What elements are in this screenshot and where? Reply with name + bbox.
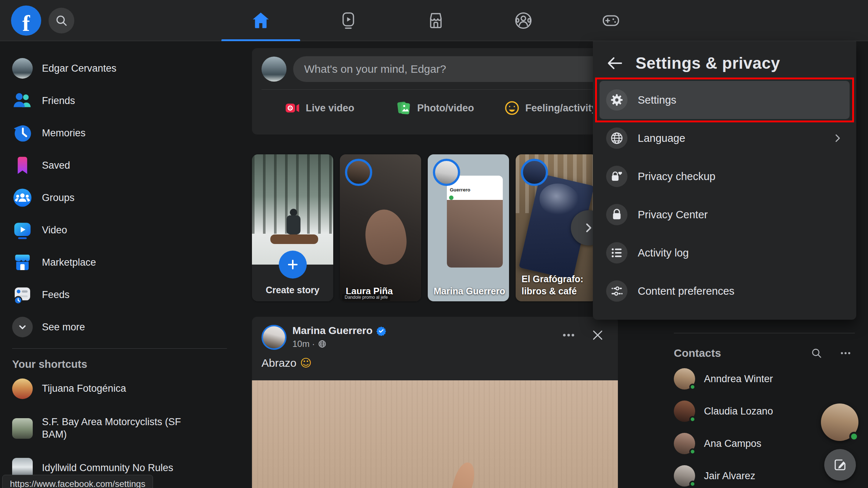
home-icon [251, 11, 270, 30]
chevron-down-icon [12, 317, 33, 337]
tab-home[interactable] [217, 0, 305, 41]
sidebar-item-label: Video [42, 225, 67, 236]
shortcut-thumbnail [12, 418, 33, 439]
menu-item-privacy-center[interactable]: Privacy Center [600, 195, 850, 234]
composer-input[interactable]: What's on your mind, Edgar? [293, 56, 608, 82]
photo-video-button[interactable]: Photo/video [377, 90, 492, 126]
tab-marketplace[interactable] [392, 0, 480, 41]
create-story-plus-icon [279, 251, 307, 279]
sidebar-item-marketplace[interactable]: Marketplace [12, 246, 239, 279]
post-author-name[interactable]: Marina Guerrero [292, 325, 373, 337]
sidebar-item-feeds[interactable]: Feeds [12, 279, 239, 311]
post-photo[interactable] [252, 380, 618, 488]
sidebar-item-memories[interactable]: Memories [12, 117, 239, 149]
stories-row: Create story Laura Piña Dandole promo al… [252, 154, 597, 301]
sliders-icon [606, 280, 627, 302]
menu-item-content-preferences[interactable]: Content preferences [600, 272, 850, 310]
marketplace-icon [426, 11, 445, 30]
status-url-tooltip: https://www.facebook.com/settings [2, 475, 153, 488]
composer-placeholder: What's on your mind, Edgar? [304, 63, 446, 75]
menu-item-settings[interactable]: Settings [600, 81, 850, 119]
watch-icon [339, 11, 358, 30]
sidebar-item-label: See more [42, 322, 85, 333]
contact-name: Jair Alvarez [704, 470, 755, 482]
shortcut-label: Tijuana Fotogénica [42, 383, 126, 395]
contacts-more-icon[interactable] [839, 347, 852, 359]
shortcut-label: S.F. Bay Area Motorcyclists (SF BAM) [42, 416, 204, 441]
tab-gaming[interactable] [567, 0, 655, 41]
search-icon [55, 14, 68, 27]
online-status-dot [689, 384, 696, 390]
sidebar-item-label: Groups [42, 192, 75, 204]
menu-item-label: Settings [638, 94, 676, 106]
marketplace-storefront-icon [12, 252, 33, 273]
activity-list-icon [606, 242, 627, 263]
sidebar-item-saved[interactable]: Saved [12, 149, 239, 182]
create-story-label: Create story [252, 285, 333, 295]
chat-head-avatar[interactable] [821, 403, 858, 441]
post-timestamp[interactable]: 10m · [292, 339, 315, 349]
post-more-button[interactable] [561, 328, 576, 342]
globe-audience-icon [318, 340, 327, 348]
menu-item-language[interactable]: Language [600, 119, 850, 157]
post-composer-card: What's on your mind, Edgar? Live video P… [252, 48, 618, 134]
feeds-list-icon [12, 284, 33, 305]
memories-clock-icon [12, 123, 33, 143]
facebook-page: f [0, 0, 868, 488]
story-laura[interactable]: Laura Piña Dandole promo al jefe [340, 154, 421, 301]
sidebar-item-video[interactable]: Video [12, 214, 239, 246]
contact-row[interactable]: Anndrea Winter [674, 363, 857, 395]
story-marina[interactable]: Guerrero Marina Guerrero [428, 154, 509, 301]
live-video-button[interactable]: Live video [262, 90, 377, 126]
sidebar-item-label: Marketplace [42, 257, 96, 268]
friends-icon [12, 90, 33, 111]
contacts-search-icon[interactable] [811, 347, 822, 359]
clover-emoji [449, 195, 453, 200]
back-arrow-button[interactable] [605, 54, 625, 73]
sidebar-item-see-more[interactable]: See more [12, 311, 239, 343]
menu-item-label: Privacy Center [638, 209, 708, 221]
facebook-logo[interactable]: f [11, 6, 41, 36]
menu-item-privacy-checkup[interactable]: Privacy checkup [600, 157, 850, 195]
menu-item-activity-log[interactable]: Activity log [600, 234, 850, 272]
sidebar-item-label: Friends [42, 95, 75, 107]
tab-watch[interactable] [305, 0, 392, 41]
search-button[interactable] [49, 8, 74, 33]
left-sidebar: Edgar Cervantes Friends Memories Saved G… [0, 41, 239, 487]
story-author-avatar [521, 159, 548, 186]
annotation-highlight-box [595, 78, 854, 122]
feeling-activity-label: Feeling/activity [525, 103, 597, 114]
verified-badge-icon [376, 326, 386, 336]
tab-groups[interactable] [480, 0, 567, 41]
feed-post: Marina Guerrero 10m · [252, 317, 618, 488]
story-preview-inset: Guerrero [447, 176, 503, 268]
main-tabs [217, 0, 655, 41]
post-author-avatar[interactable] [262, 325, 287, 350]
menu-item-label: Language [638, 132, 685, 144]
post-close-button[interactable] [591, 328, 605, 342]
sidebar-item-friends[interactable]: Friends [12, 85, 239, 117]
shortcut-tijuana[interactable]: Tijuana Fotogénica [12, 370, 239, 407]
settings-privacy-menu: Settings & privacy Settings Language [593, 41, 856, 320]
contact-name: Ana Campos [704, 438, 761, 449]
create-story-card[interactable]: Create story [252, 154, 333, 301]
globe-icon [606, 128, 627, 149]
sidebar-item-label: Memories [42, 128, 86, 139]
new-message-button[interactable] [824, 449, 856, 481]
sidebar-item-label: Edgar Cervantes [42, 63, 117, 74]
shortcut-label: Idyllwild Community No Rules [42, 462, 173, 474]
story-author-avatar [345, 159, 372, 186]
online-status-dot [689, 416, 696, 423]
contacts-heading: Contacts [674, 347, 721, 359]
story-author-name: El Grafógrafo: libros & café [522, 273, 593, 297]
shortcut-sf-bam[interactable]: S.F. Bay Area Motorcyclists (SF BAM) [12, 407, 239, 450]
sidebar-item-groups[interactable]: Groups [12, 182, 239, 214]
composer-avatar[interactable] [262, 57, 287, 82]
gear-icon [606, 89, 627, 111]
contacts-divider [674, 333, 855, 333]
live-video-icon [284, 100, 300, 116]
feeling-activity-button[interactable]: Feeling/activity [493, 90, 608, 126]
live-video-label: Live video [306, 103, 354, 114]
create-story-photo [252, 154, 333, 265]
sidebar-item-profile[interactable]: Edgar Cervantes [12, 52, 239, 85]
